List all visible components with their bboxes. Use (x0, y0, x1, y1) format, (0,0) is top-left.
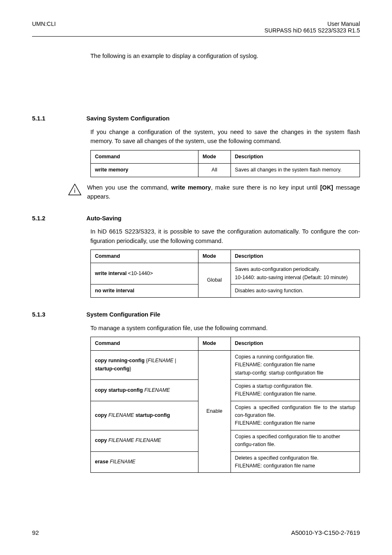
r4b: FILENAME FILENAME (108, 437, 161, 443)
intro-example: The following is an example to display a… (90, 51, 360, 60)
cmd-b: <10-1440> (128, 271, 153, 276)
td-cmd: write memory (91, 164, 198, 177)
r3c: startup-config (134, 412, 170, 418)
r2b: FILENAME (144, 387, 170, 393)
desc-a: Saves auto-configuration periodically. (235, 266, 355, 273)
td-desc: Saves auto-configuration periodically. 1… (231, 263, 360, 284)
r1d2: FILENAME: configuration file name (235, 361, 355, 369)
r5b: FILENAME (110, 459, 136, 465)
header-right-2: SURPASS hiD 6615 S223/S323 R1.5 (265, 27, 360, 34)
r5a: erase (95, 459, 110, 465)
td-desc: Copies a specified configuration file to… (231, 401, 360, 430)
r4a: copy (95, 437, 108, 443)
r1e: startup-config (95, 366, 129, 372)
td-mode: Global (198, 263, 231, 298)
table-auto: Command Mode Description write interval … (90, 250, 360, 298)
td-desc: Copies a specified configuration file to… (231, 430, 360, 451)
sec-save-num: 5.1.1 (32, 115, 45, 122)
note-b: , make sure there is no key input until (211, 184, 320, 191)
r3d2: FILENAME: configuration file name (235, 419, 355, 427)
r3d1: Copies a specified configuration file to… (235, 404, 355, 420)
td-cmd: no write interval (91, 284, 198, 298)
r5d2: FILENAME: configuration file name (235, 462, 355, 470)
r1d1: Copies a running configuration file. (235, 353, 355, 361)
sec-auto-title: Auto-Saving (86, 215, 121, 222)
r1c: FILENAME (148, 358, 173, 363)
r5d1: Deletes a specified configuration file. (235, 454, 355, 462)
header-left: UMN:CLI (32, 21, 56, 34)
td-desc: Copies a running configuration file. FIL… (231, 350, 360, 379)
header-right-1: User Manual (265, 21, 360, 27)
r1d3: startup-config: startup configuration fi… (235, 369, 355, 377)
footer-page: 92 (32, 529, 39, 536)
note-a: When you use the command, (87, 184, 171, 191)
th-command: Command (91, 150, 198, 163)
td-desc: Saves all changes in the system flash me… (231, 164, 360, 177)
th-mode: Mode (198, 337, 231, 350)
th-command: Command (91, 337, 198, 350)
td-cmd: erase FILENAME (91, 451, 198, 473)
r3a: copy (95, 412, 108, 418)
sec-auto-para: In hiD 6615 S223/S323, it is possible to… (90, 227, 360, 245)
table-save: Command Mode Description write memory Al… (90, 150, 360, 177)
td-cmd: copy FILENAME startup-config (91, 401, 198, 430)
td-cmd: copy FILENAME FILENAME (91, 430, 198, 451)
note-cmd: write memory (171, 184, 211, 191)
note-text: When you use the command, write memory, … (87, 183, 360, 201)
cmd-a: write interval (95, 271, 128, 276)
r3b: FILENAME (108, 412, 134, 418)
caution-icon: i (67, 183, 82, 196)
r1a: copy running-config (95, 358, 146, 363)
td-cmd: copy startup-config FILENAME (91, 379, 198, 401)
td-desc: Deletes a specified configuration file. … (231, 451, 360, 473)
th-desc: Description (231, 150, 360, 163)
sec-file-title: System Configuration File (86, 311, 160, 318)
td-desc: Copies a startup configuration file. FIL… (231, 379, 360, 401)
th-desc: Description (231, 337, 360, 350)
sec-save-para: If you change a configuration of the sys… (90, 127, 360, 146)
td-cmd: copy running-config {FILENAME | startup-… (91, 350, 198, 379)
th-desc: Description (231, 250, 360, 263)
cmd-text: write memory (95, 167, 128, 173)
td-cmd: write interval <10-1440> (91, 263, 198, 284)
r1d: | (173, 358, 176, 363)
sec-save-title: Saving System Configuration (86, 115, 169, 122)
th-command: Command (91, 250, 198, 263)
svg-text:i: i (74, 187, 75, 194)
sec-file-num: 5.1.3 (32, 311, 45, 318)
table-file: Command Mode Description copy running-co… (90, 337, 360, 473)
r2d1: Copies a startup configuration file. (235, 382, 355, 390)
sec-auto-num: 5.1.2 (32, 215, 45, 222)
sec-file-para: To manage a system configuration file, u… (90, 324, 360, 333)
th-mode: Mode (198, 250, 231, 263)
r2d2: FILENAME: configuration file name. (235, 390, 355, 398)
r1f: } (129, 366, 131, 372)
r2a: copy startup-config (95, 387, 144, 393)
td-mode: Enable (198, 350, 231, 473)
th-mode: Mode (198, 150, 231, 163)
footer-doc: A50010-Y3-C150-2-7619 (291, 529, 360, 536)
td-mode: All (198, 164, 231, 177)
note-ok: [OK] (320, 184, 333, 191)
cmd-c: no write interval (95, 288, 134, 294)
desc-b: 10-1440: auto-saving interval (Default: … (235, 274, 355, 282)
td-desc: Disables auto-saving function. (231, 284, 360, 298)
